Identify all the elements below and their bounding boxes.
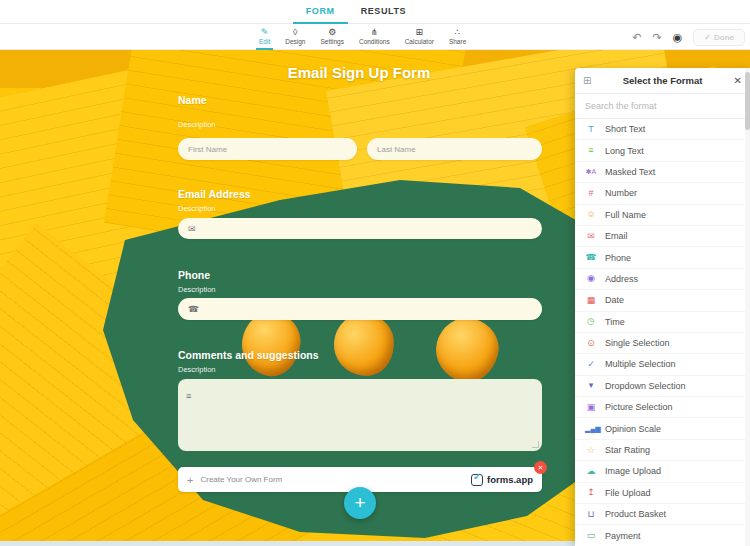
comments-textarea[interactable]: ≡	[178, 379, 542, 451]
list-item-date[interactable]: ▦Date	[575, 290, 750, 311]
resize-handle[interactable]	[532, 441, 539, 448]
done-button-label: Done	[714, 33, 734, 42]
undo-icon[interactable]: ↶	[632, 32, 641, 43]
comments-field-description[interactable]: Description	[178, 365, 216, 374]
list-item-file-upload[interactable]: ↥File Upload	[575, 483, 750, 504]
phone-input[interactable]	[205, 305, 532, 314]
plus-icon: +	[187, 474, 193, 486]
list-item-multiple-selection[interactable]: ✓Multiple Selection	[575, 354, 750, 375]
first-name-field[interactable]	[178, 138, 357, 160]
search-input[interactable]	[585, 101, 740, 111]
list-item-phone[interactable]: ☎Phone	[575, 247, 750, 268]
scrollbar-thumb[interactable]	[745, 72, 750, 130]
calendar-icon: ▦	[585, 296, 597, 305]
bar-chart-icon: ▂▄▆	[585, 425, 597, 432]
list-item-masked-text[interactable]: ✱AMasked Text	[575, 162, 750, 183]
email-field-label[interactable]: Email Address	[178, 188, 251, 200]
calculator-icon: ⊞	[416, 28, 424, 37]
list-item-label: Multiple Selection	[605, 359, 676, 369]
list-item-product-basket[interactable]: ⊔Product Basket	[575, 504, 750, 525]
sidebar-header: ⊞ Select the Format ✕	[575, 68, 750, 94]
list-item-full-name[interactable]: ☺Full Name	[575, 205, 750, 226]
done-button[interactable]: ✓ Done	[693, 29, 745, 46]
redo-icon[interactable]: ↷	[652, 32, 661, 43]
last-name-field[interactable]	[367, 138, 542, 160]
list-item-star-rating[interactable]: ☆Star Rating	[575, 440, 750, 461]
scrollbar-track[interactable]	[745, 68, 750, 546]
phone-icon: ☎	[585, 253, 597, 262]
format-sidebar: ⊞ Select the Format ✕ TShort Text≡Long T…	[575, 68, 750, 546]
phone-field-description[interactable]: Description	[178, 285, 216, 294]
toolbar-item-label: Conditions	[359, 38, 390, 45]
share-icon: ∴	[455, 28, 461, 37]
list-item-label: Star Rating	[605, 445, 650, 455]
list-item-label: Address	[605, 274, 638, 284]
first-name-input[interactable]	[188, 145, 347, 154]
cloud-upload-icon: ☁	[585, 467, 597, 476]
upload-icon: ↥	[585, 488, 597, 497]
top-tab-bar: FORMRESULTS	[0, 0, 750, 24]
list-item-dropdown-selection[interactable]: ▾Dropdown Selection	[575, 376, 750, 397]
toolbar-item-settings[interactable]: ⚙Settings	[317, 24, 347, 50]
forms-app-logo[interactable]: ✓ forms.app	[471, 474, 533, 486]
list-item-short-text[interactable]: TShort Text	[575, 119, 750, 140]
toolbar-right: ↶ ↷ ◉ ✓ Done	[632, 24, 745, 50]
last-name-input[interactable]	[377, 145, 532, 154]
list-item-opinion-scale[interactable]: ▂▄▆Opinion Scale	[575, 418, 750, 439]
branch-icon: ⋔	[371, 28, 379, 37]
toolbar-item-calculator[interactable]: ⊞Calculator	[402, 24, 437, 50]
list-item-label: Date	[605, 295, 624, 305]
close-icon[interactable]: ✕	[734, 75, 742, 86]
check-icon: ✓	[704, 33, 711, 42]
toolbar-item-conditions[interactable]: ⋔Conditions	[356, 24, 393, 50]
list-item-long-text[interactable]: ≡Long Text	[575, 140, 750, 161]
email-field[interactable]: ✉	[178, 218, 542, 239]
list-item-label: Email	[605, 231, 628, 241]
email-field-description[interactable]: Description	[178, 204, 216, 213]
star-icon: ☆	[585, 446, 597, 455]
format-list: TShort Text≡Long Text✱AMasked Text#Numbe…	[575, 119, 750, 546]
logo-check-icon: ✓	[473, 471, 481, 482]
single-selection-icon: ⊙	[585, 339, 597, 348]
list-item-picture-selection[interactable]: ▣Picture Selection	[575, 397, 750, 418]
list-item-label: File Upload	[605, 488, 651, 498]
name-field-description[interactable]: Description	[178, 120, 216, 129]
toolbar-item-share[interactable]: ∴Share	[446, 24, 469, 50]
tab-results[interactable]: RESULTS	[348, 0, 420, 24]
name-field-label[interactable]: Name	[178, 94, 207, 106]
list-item-single-selection[interactable]: ⊙Single Selection	[575, 333, 750, 354]
check-icon: ✓	[585, 360, 597, 369]
remove-branding-badge[interactable]: ✕	[534, 461, 547, 474]
list-item-time[interactable]: ◷Time	[575, 312, 750, 333]
toolbar-item-label: Settings	[320, 38, 344, 45]
grid-icon: ⊞	[583, 75, 591, 86]
list-item-image-upload[interactable]: ☁Image Upload	[575, 461, 750, 482]
list-item-email[interactable]: ✉Email	[575, 226, 750, 247]
add-field-button[interactable]: +	[344, 487, 376, 519]
comments-field-label[interactable]: Comments and suggestions	[178, 349, 319, 361]
toolbar-item-edit[interactable]: ✎Edit	[256, 24, 273, 50]
list-item-number[interactable]: #Number	[575, 183, 750, 204]
number-icon: #	[585, 189, 597, 198]
list-item-label: Long Text	[605, 146, 644, 156]
gear-icon: ⚙	[328, 28, 336, 37]
toolbar-item-label: Calculator	[405, 38, 434, 45]
list-item-label: Picture Selection	[605, 402, 673, 412]
list-item-label: Number	[605, 188, 637, 198]
sidebar-search	[575, 94, 750, 119]
list-item-label: Phone	[605, 253, 631, 263]
list-item-label: Opinion Scale	[605, 424, 661, 434]
toolbar-item-label: Edit	[259, 38, 270, 45]
list-item-label: Product Basket	[605, 509, 666, 519]
short-text-icon: T	[585, 125, 597, 134]
toolbar-item-design[interactable]: ◊Design	[282, 24, 308, 50]
eye-preview-icon[interactable]: ◉	[673, 32, 683, 43]
phone-field[interactable]: ☎	[178, 298, 542, 320]
list-item-address[interactable]: ◉Address	[575, 269, 750, 290]
list-item-payment[interactable]: ▭Payment	[575, 525, 750, 546]
email-input[interactable]	[202, 224, 532, 233]
phone-field-label[interactable]: Phone	[178, 269, 210, 281]
tab-form[interactable]: FORM	[293, 0, 348, 24]
toolbar-item-label: Design	[285, 38, 305, 45]
map-pin-icon: ◉	[585, 274, 597, 283]
